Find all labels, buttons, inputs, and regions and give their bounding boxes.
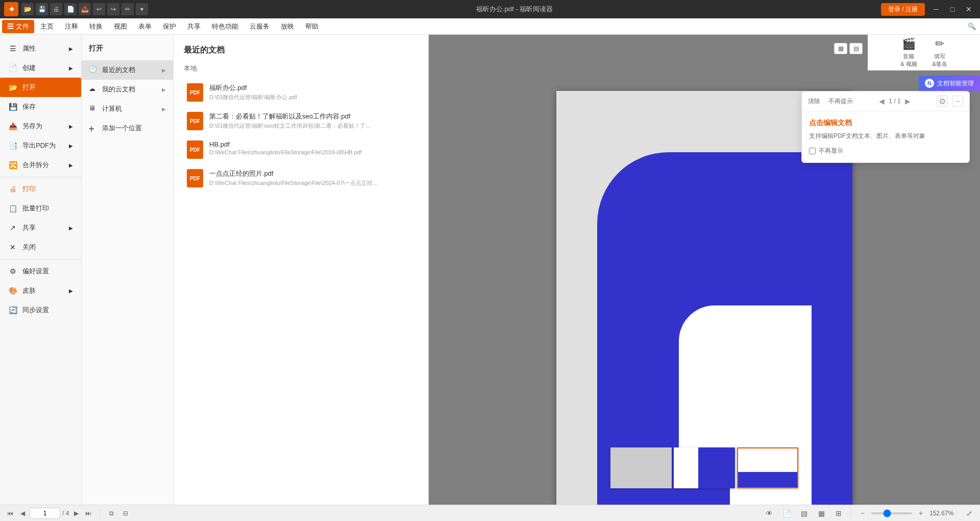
- 打开-label: 打开: [82, 39, 173, 58]
- menu-skin[interactable]: 🎨 皮肤 ▶: [0, 281, 81, 300]
- open-tool[interactable]: 📂: [21, 3, 34, 15]
- next-page-btn[interactable]: ▶: [71, 508, 81, 518]
- fill-sign-button[interactable]: ✏ 填写&签名: [927, 35, 952, 71]
- menu-form[interactable]: 表单: [133, 20, 157, 33]
- grid-view-btn[interactable]: ▦: [834, 43, 847, 54]
- menu-save-as[interactable]: 📤 另存为 ▶: [0, 116, 81, 136]
- title-bar: ✦ 📂 💾 🖨 📄 📤 ↩ ↪ ✏ ▾ 福昕办公.pdf - 福昕阅读器 登录 …: [0, 0, 980, 18]
- recent-arrow: ▶: [162, 67, 166, 73]
- menu-home[interactable]: 主页: [35, 20, 59, 33]
- cloud-arrow: ▶: [162, 87, 166, 92]
- zoom-out-btn[interactable]: －: [857, 508, 868, 519]
- menu-print[interactable]: 🖨 打印: [0, 179, 81, 199]
- share-label: 共享: [22, 223, 36, 232]
- computer-icon: 🖥: [89, 104, 98, 113]
- popup-desc: 支持编辑PDF文档文本、图片、表单等对象: [809, 132, 962, 140]
- menu-save[interactable]: 💾 保存: [0, 97, 81, 116]
- redo-tool[interactable]: ↪: [107, 3, 119, 15]
- zoom-in-btn[interactable]: ＋: [915, 508, 926, 519]
- doc-info-2: 第二看：必看贴！了解福昕以及seo工作内容.pdf D:\01微信代运营\福昕\…: [209, 112, 370, 130]
- menu-share[interactable]: 共享: [182, 20, 206, 33]
- no-remind-button[interactable]: 不再提示: [828, 97, 853, 106]
- undo-tool[interactable]: ↩: [93, 3, 105, 15]
- save-as-arrow: ▶: [69, 124, 73, 129]
- two-cont-btn[interactable]: ⊞: [833, 508, 844, 519]
- popup-next-btn[interactable]: ▶: [905, 97, 911, 105]
- popup-close-btn[interactable]: －: [952, 96, 963, 107]
- menu-protect[interactable]: 保护: [158, 20, 181, 33]
- recent-docs-item[interactable]: 🕐 最近的文档 ▶: [82, 60, 173, 80]
- menu-preferences[interactable]: ⚙ 偏好设置: [0, 262, 81, 281]
- dropdown-tool[interactable]: ▾: [136, 3, 148, 15]
- view-mode-btn[interactable]: 👁: [764, 508, 775, 519]
- new-tool[interactable]: 📄: [64, 3, 77, 15]
- menu-special[interactable]: 特色功能: [207, 20, 243, 33]
- popup-nav: ◀ 1 / 1 ▶: [879, 97, 910, 105]
- menu-help[interactable]: 帮助: [300, 20, 324, 33]
- doc-item-3[interactable]: PDF HB.pdf D:\WeChat Files\zhuanglinlu\F…: [184, 135, 418, 164]
- menu-annotate[interactable]: 注释: [60, 20, 83, 33]
- prev-page-btn[interactable]: ◀: [17, 508, 28, 518]
- menu-batch-print[interactable]: 📋 批量打印: [0, 199, 81, 218]
- menu-view[interactable]: 视图: [109, 20, 132, 33]
- audio-video-button[interactable]: 🎬 音频& 视频: [895, 35, 922, 71]
- no-show-checkbox[interactable]: [809, 148, 816, 154]
- clear-button[interactable]: 清除: [808, 97, 820, 106]
- menu-share-item[interactable]: ↗ 共享 ▶: [0, 218, 81, 238]
- two-page-btn[interactable]: ▦: [816, 508, 827, 519]
- doc-icon-1: PDF: [187, 83, 203, 102]
- add-location-item[interactable]: + 添加一个位置: [82, 119, 173, 138]
- app-logo: ✦: [4, 2, 18, 16]
- export-tool[interactable]: 📤: [79, 3, 91, 15]
- popup-page-info: 1 / 1: [889, 98, 900, 105]
- cloud-docs-item[interactable]: ☁ 我的云文档 ▶: [82, 80, 173, 99]
- doc-item-1[interactable]: PDF 福昕办公.pdf D:\01微信代运营\福昕\福昕办公.pdf: [184, 78, 418, 107]
- login-button[interactable]: 登录 / 注册: [881, 3, 925, 16]
- content-wrapper: ☰ 属性 ▶ 📄 创建 ▶ 📂 打开 💾 保存 📤 另存为 ▶: [0, 35, 980, 505]
- menu-present[interactable]: 放映: [276, 20, 299, 33]
- menu-convert[interactable]: 转换: [84, 20, 108, 33]
- doc-item-2[interactable]: PDF 第二看：必看贴！了解福昕以及seo工作内容.pdf D:\01微信代运营…: [184, 107, 418, 135]
- first-page-btn[interactable]: ⏮: [5, 508, 15, 518]
- menu-create[interactable]: 📄 创建 ▶: [0, 58, 81, 78]
- create-arrow: ▶: [69, 65, 73, 71]
- list-view-btn[interactable]: ▤: [849, 43, 863, 54]
- menu-properties[interactable]: ☰ 属性 ▶: [0, 39, 81, 58]
- popup-prev-btn[interactable]: ◀: [879, 97, 885, 105]
- close-button[interactable]: ✕: [962, 4, 976, 14]
- title-bar-tools: 📂 💾 🖨 📄 📤 ↩ ↪ ✏ ▾: [21, 3, 148, 15]
- menu-sync[interactable]: 🔄 同步设置: [0, 300, 81, 320]
- save-icon: 💾: [8, 102, 17, 111]
- zoom-slider[interactable]: [871, 512, 912, 514]
- create-icon: 📄: [8, 63, 17, 73]
- popup-settings-btn[interactable]: ⚙: [937, 96, 948, 107]
- smart-doc-button[interactable]: N 文档智能管理: [919, 76, 980, 91]
- doc-path-1: D:\01微信代运营\福昕\福昕办公.pdf: [209, 93, 297, 101]
- menu-export-pdf[interactable]: 📑 导出PDF为 ▶: [0, 136, 81, 155]
- single-page-btn[interactable]: 📄: [781, 508, 792, 519]
- menu-merge[interactable]: 🔀 合并拆分 ▶: [0, 155, 81, 175]
- split-view-btn[interactable]: ⊟: [120, 508, 131, 518]
- save-tool[interactable]: 💾: [36, 3, 48, 15]
- menu-cloud[interactable]: 云服务: [244, 20, 275, 33]
- doc-name-4: 一点点正经的照片.pdf: [209, 169, 377, 178]
- computer-item[interactable]: 🖥 计算机 ▶: [82, 99, 173, 119]
- click-edit-link[interactable]: 点击编辑文档: [809, 119, 962, 128]
- search-button[interactable]: 🔍: [966, 20, 978, 33]
- menu-close[interactable]: ✕ 关闭: [0, 238, 81, 257]
- batch-print-label: 批量打印: [22, 204, 49, 213]
- fullscreen-btn[interactable]: ⤢: [964, 508, 975, 519]
- last-page-btn[interactable]: ⏭: [83, 508, 93, 518]
- maximize-button[interactable]: □: [945, 4, 960, 14]
- page-number-input[interactable]: [30, 508, 60, 519]
- doc-icon-3: PDF: [187, 140, 203, 159]
- doc-item-4[interactable]: PDF 一点点正经的照片.pdf D:\WeChat Files\zhuangl…: [184, 164, 418, 193]
- minimize-button[interactable]: ─: [929, 4, 943, 14]
- continuous-btn[interactable]: ▤: [798, 508, 810, 519]
- close-icon: ✕: [8, 243, 17, 252]
- copy-page-btn[interactable]: ⧉: [106, 508, 116, 518]
- markup-tool[interactable]: ✏: [121, 3, 134, 15]
- menu-open[interactable]: 📂 打开: [0, 78, 81, 97]
- menu-file[interactable]: ☰ 文件: [2, 20, 34, 33]
- print-tool[interactable]: 🖨: [50, 3, 62, 15]
